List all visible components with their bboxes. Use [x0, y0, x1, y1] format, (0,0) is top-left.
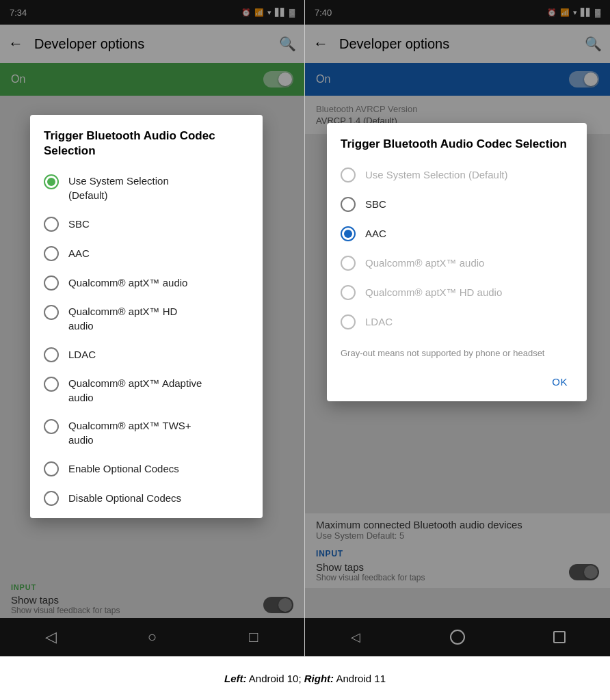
- right-option-aptx[interactable]: Qualcomm® aptX™ audio: [332, 248, 581, 278]
- left-radio-aptx: [44, 275, 59, 291]
- right-dialog-title: Trigger Bluetooth Audio Codec Selection: [327, 123, 587, 160]
- left-label-ldac: LDAC: [68, 347, 96, 362]
- left-option-aptxadaptive[interactable]: Qualcomm® aptX™ Adaptiveaudio: [36, 369, 257, 412]
- right-label-sbc: SBC: [365, 197, 386, 211]
- left-option-aptxhd[interactable]: Qualcomm® aptX™ HDaudio: [36, 297, 257, 340]
- left-radio-aptxtws: [44, 419, 59, 434]
- left-label-aptxhd: Qualcomm® aptX™ HDaudio: [68, 304, 177, 333]
- left-option-ldac[interactable]: LDAC: [36, 340, 257, 369]
- left-option-sbc[interactable]: SBC: [36, 209, 257, 239]
- right-caption-label: Right:: [304, 673, 334, 684]
- right-label-default: Use System Selection (Default): [365, 167, 507, 182]
- right-label-aac: AAC: [365, 226, 386, 241]
- left-radio-aptxadaptive: [44, 377, 59, 392]
- left-radio-aptxhd: [44, 305, 59, 320]
- right-label-aptx: Qualcomm® aptX™ audio: [365, 256, 484, 270]
- left-label-sbc: SBC: [68, 217, 90, 231]
- right-radio-default: [341, 167, 356, 183]
- right-option-ldac[interactable]: LDAC: [332, 307, 581, 336]
- left-dialog-options: Use System Selection(Default) SBC AAC Qu…: [30, 167, 263, 518]
- right-option-sbc[interactable]: SBC: [332, 189, 581, 219]
- right-option-aac[interactable]: AAC: [332, 219, 581, 248]
- left-radio-ldac: [44, 347, 59, 362]
- right-radio-aptxhd: [341, 285, 356, 300]
- right-dialog-actions: OK: [327, 368, 587, 401]
- right-radio-ldac: [341, 314, 356, 329]
- right-ok-button[interactable]: OK: [541, 371, 579, 393]
- right-option-default[interactable]: Use System Selection (Default): [332, 160, 581, 189]
- right-dialog: Trigger Bluetooth Audio Codec Selection …: [327, 123, 587, 401]
- left-label-disable: Disable Optional Codecs: [68, 491, 181, 505]
- left-option-default[interactable]: Use System Selection(Default): [36, 167, 257, 209]
- right-radio-aac: [341, 226, 356, 241]
- left-dialog-title: Trigger Bluetooth Audio Codec Selection: [30, 115, 263, 167]
- left-option-enable[interactable]: Enable Optional Codecs: [36, 454, 257, 483]
- left-option-aptx[interactable]: Qualcomm® aptX™ audio: [36, 268, 257, 297]
- left-label-aptxtws: Qualcomm® aptX™ TWS+audio: [68, 418, 191, 447]
- right-radio-sbc: [341, 197, 356, 212]
- right-radio-aptx: [341, 256, 356, 271]
- right-dialog-note: Gray-out means not supported by phone or…: [327, 342, 587, 368]
- left-radio-disable: [44, 491, 59, 506]
- left-label-aac: AAC: [68, 246, 90, 260]
- left-label-enable: Enable Optional Codecs: [68, 461, 179, 476]
- left-label-default: Use System Selection(Default): [68, 174, 169, 202]
- left-option-disable[interactable]: Disable Optional Codecs: [36, 483, 257, 513]
- right-label-ldac: LDAC: [365, 314, 393, 329]
- left-radio-default: [44, 174, 59, 189]
- left-radio-sbc: [44, 217, 59, 232]
- left-option-aac[interactable]: AAC: [36, 239, 257, 268]
- caption-separator: ;: [298, 673, 304, 684]
- right-label-aptxhd: Qualcomm® aptX™ HD audio: [365, 285, 502, 299]
- left-label-aptxadaptive: Qualcomm® aptX™ Adaptiveaudio: [68, 376, 202, 405]
- left-dialog: Trigger Bluetooth Audio Codec Selection …: [30, 115, 263, 518]
- left-radio-enable: [44, 461, 59, 476]
- left-phone: 7:34 ⏰ 📶 ▾ ▋▋ ▓ ← Developer options 🔍 On: [0, 0, 305, 656]
- right-caption-value: Android 11: [336, 673, 386, 684]
- right-option-aptxhd[interactable]: Qualcomm® aptX™ HD audio: [332, 278, 581, 307]
- right-dialog-options: Use System Selection (Default) SBC AAC Q…: [327, 160, 587, 342]
- right-phone: 7:40 ⏰ 📶 ▾ ▋▋ ▓ ← Developer options 🔍 On…: [305, 0, 610, 656]
- left-caption-label: Left:: [224, 673, 247, 684]
- caption: Left: Android 10; Right: Android 11: [0, 656, 610, 700]
- left-caption-value: Android 10: [249, 673, 299, 684]
- left-label-aptx: Qualcomm® aptX™ audio: [68, 275, 187, 290]
- left-radio-aac: [44, 246, 59, 261]
- left-option-aptxtws[interactable]: Qualcomm® aptX™ TWS+audio: [36, 412, 257, 454]
